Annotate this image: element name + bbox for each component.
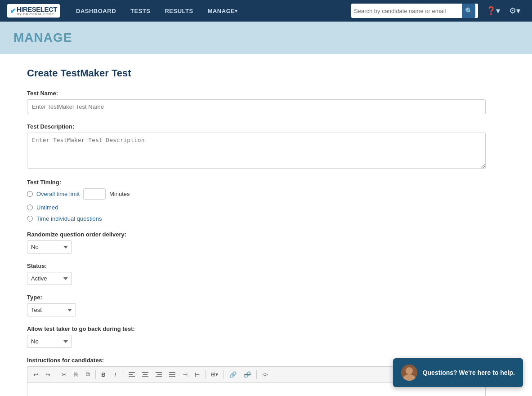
overall-time-label[interactable]: Overall time limit <box>36 191 80 197</box>
unlink-button[interactable]: 🔗 <box>241 369 254 380</box>
search-input[interactable] <box>354 8 462 14</box>
randomize-label: Randomize question order delivery: <box>27 231 505 238</box>
nav-tests[interactable]: TESTS <box>123 0 157 22</box>
align-center-button[interactable] <box>139 369 152 380</box>
nav-links: DASHBOARD TESTS RESULTS MANAGE <box>69 0 351 22</box>
svg-point-13 <box>403 374 416 381</box>
status-group: Status: Active Inactive <box>27 263 505 285</box>
chat-text: Questions? We're here to help. <box>423 369 515 376</box>
chat-widget[interactable]: Questions? We're here to help. <box>393 358 523 387</box>
minutes-label: Minutes <box>109 191 130 197</box>
test-timing-group: Test Timing: Overall time limit Minutes … <box>27 179 505 222</box>
time-individual-label[interactable]: Time individual questions <box>36 215 102 222</box>
untimed-radio[interactable] <box>27 205 33 210</box>
randomize-select[interactable]: No Yes <box>27 240 72 254</box>
allow-back-select[interactable]: No Yes <box>27 335 72 348</box>
test-timing-label: Test Timing: <box>27 179 505 186</box>
search-button[interactable]: 🔍 <box>462 4 475 18</box>
test-description-input[interactable] <box>27 133 486 169</box>
navbar: ✔ HIRESELECT BY CRITERIA CORP DASHBOARD … <box>0 0 532 22</box>
type-label: Type: <box>27 294 505 301</box>
redo-button[interactable]: ↪ <box>42 369 54 380</box>
test-name-label: Test Name: <box>27 90 505 97</box>
logo-sub: BY CRITERIA CORP <box>17 12 57 16</box>
cut-button[interactable]: ✂ <box>58 369 70 380</box>
paste-button[interactable]: ⧉ <box>82 369 93 380</box>
align-left-button[interactable] <box>125 369 138 380</box>
indent-right-button[interactable]: ⊢ <box>192 369 203 380</box>
justify-button[interactable] <box>166 369 179 380</box>
test-name-input[interactable] <box>27 99 486 114</box>
allow-back-group: Allow test taker to go back during test:… <box>27 325 505 348</box>
nav-manage[interactable]: MANAGE <box>201 0 245 22</box>
source-button[interactable]: <> <box>259 369 271 380</box>
logo[interactable]: ✔ HIRESELECT BY CRITERIA CORP <box>7 4 60 18</box>
link-button[interactable]: 🔗 <box>226 369 240 380</box>
help-icon[interactable]: ❓▾ <box>482 0 505 22</box>
toolbar-divider-1 <box>56 370 56 379</box>
chat-avatar <box>401 365 417 381</box>
timing-radio-group: Overall time limit Minutes Untimed Time … <box>27 188 505 222</box>
status-label: Status: <box>27 263 505 269</box>
minutes-input[interactable] <box>83 188 106 200</box>
form-title: Create TestMaker Test <box>27 67 505 79</box>
logo-check-icon: ✔ <box>10 7 16 15</box>
untimed-row: Untimed <box>27 204 505 211</box>
allow-back-label: Allow test taker to go back during test: <box>27 325 505 332</box>
nav-results[interactable]: RESULTS <box>157 0 200 22</box>
align-right-button[interactable] <box>152 369 165 380</box>
settings-icon[interactable]: ⚙▾ <box>505 0 525 22</box>
main-content: Create TestMaker Test Test Name: Test De… <box>0 54 532 396</box>
test-description-label: Test Description: <box>27 123 505 130</box>
page-header: MANAGE <box>0 22 532 54</box>
italic-button[interactable]: I <box>110 369 121 380</box>
table-button[interactable]: ⊞▾ <box>208 369 221 380</box>
svg-point-12 <box>406 367 413 374</box>
undo-button[interactable]: ↩ <box>30 369 41 380</box>
copy-button[interactable]: ⎘ <box>71 369 81 380</box>
type-group: Type: Test Survey Assessment <box>27 294 505 316</box>
overall-time-radio[interactable] <box>27 191 33 197</box>
search-bar: 🔍 <box>351 4 478 18</box>
time-individual-row: Time individual questions <box>27 215 505 222</box>
nav-dashboard[interactable]: DASHBOARD <box>69 0 123 22</box>
toolbar-divider-2 <box>95 370 96 379</box>
status-select[interactable]: Active Inactive <box>27 272 72 285</box>
time-individual-radio[interactable] <box>27 216 33 222</box>
test-name-group: Test Name: <box>27 90 505 114</box>
toolbar-divider-5 <box>224 370 224 379</box>
test-description-group: Test Description: <box>27 123 505 170</box>
bold-button[interactable]: B <box>98 369 109 380</box>
toolbar-divider-3 <box>123 370 123 379</box>
toolbar-divider-6 <box>256 370 257 379</box>
indent-left-button[interactable]: ⊣ <box>179 369 191 380</box>
page-title: MANAGE <box>13 31 519 45</box>
overall-time-row: Overall time limit Minutes <box>27 188 505 200</box>
untimed-label[interactable]: Untimed <box>36 204 58 211</box>
toolbar-divider-4 <box>205 370 206 379</box>
randomize-group: Randomize question order delivery: No Ye… <box>27 231 505 254</box>
type-select[interactable]: Test Survey Assessment <box>27 303 76 316</box>
